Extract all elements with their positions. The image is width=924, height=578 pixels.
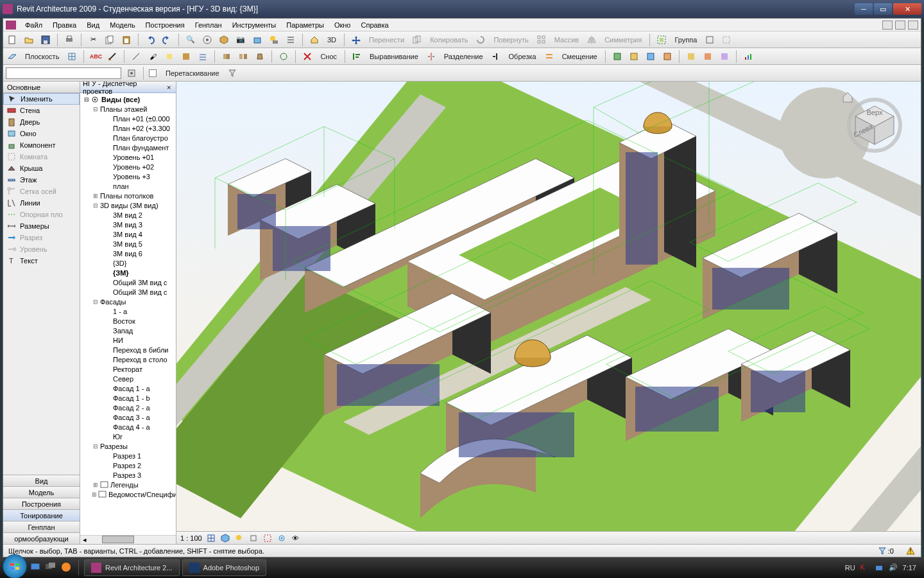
trim-label[interactable]: Обрезка xyxy=(506,53,539,60)
browser-close-button[interactable]: × xyxy=(165,83,173,91)
tree-node[interactable]: Запад xyxy=(80,326,176,335)
tree-node[interactable]: 3М вид 3 xyxy=(80,220,176,229)
selection-filter[interactable]: :0 xyxy=(878,547,894,556)
tree-node[interactable]: Общий 3М вид с xyxy=(80,277,176,287)
tree-node[interactable]: Юг xyxy=(80,432,176,441)
reveal-button[interactable]: 👁 xyxy=(291,533,301,543)
detail-level-button[interactable] xyxy=(206,533,216,543)
tool-cursor[interactable]: Изменить xyxy=(3,93,80,105)
doc-minimize[interactable] xyxy=(882,21,893,30)
menu-site[interactable]: Генплан xyxy=(190,21,227,29)
tool-floor[interactable]: Этаж xyxy=(3,174,80,186)
tool-text[interactable]: TТекст xyxy=(3,255,80,267)
camera-button[interactable]: 📷 xyxy=(234,33,247,46)
mirror-label[interactable]: Симметрия xyxy=(602,36,644,44)
tree-node[interactable]: {ЗМ} xyxy=(80,268,176,277)
tool-wall[interactable]: Стена xyxy=(3,105,80,116)
tree-node[interactable]: ⊞Легенды xyxy=(80,480,176,489)
quick-launch-browser[interactable] xyxy=(60,561,73,574)
offset-label[interactable]: Смещение xyxy=(560,53,600,60)
align-label[interactable]: Выравнивание xyxy=(367,53,421,60)
tool-lines[interactable]: Линии xyxy=(3,197,80,209)
tree-node[interactable]: ⊞Ведомости/Специфи xyxy=(80,489,176,499)
design-tab-main[interactable]: Основные xyxy=(3,82,80,93)
default-3d-button[interactable] xyxy=(218,33,230,46)
tree-node[interactable]: 3М вид 5 xyxy=(80,239,176,249)
redo-button[interactable] xyxy=(160,33,173,46)
viewcube-home-icon[interactable] xyxy=(841,91,854,103)
tool-highlight-button[interactable] xyxy=(163,50,176,63)
scale-label[interactable]: 1 : 100 xyxy=(180,534,202,542)
tree-node[interactable]: 1 - a xyxy=(80,306,176,316)
design-tab-1[interactable]: Модель xyxy=(3,486,80,498)
shadows-button[interactable] xyxy=(268,33,280,46)
tree-node[interactable]: Переход в столо xyxy=(80,355,176,364)
tree-node[interactable]: ⊞Планы потолков xyxy=(80,191,176,200)
tree-node[interactable]: Север xyxy=(80,374,176,383)
tool-section[interactable]: Разрез xyxy=(3,232,80,243)
new-button[interactable] xyxy=(6,33,19,46)
design-tab-2[interactable]: Построения xyxy=(3,498,80,509)
copy-geom-label[interactable]: Копировать xyxy=(427,36,470,44)
tree-node[interactable]: Общий 3М вид с xyxy=(80,287,176,297)
doc-close[interactable] xyxy=(908,21,918,30)
tree-node[interactable]: Фасад 1 - b xyxy=(80,393,176,403)
tree-node[interactable]: План +02 (+3.300 xyxy=(80,123,176,133)
tree-node[interactable]: Уровень +01 xyxy=(80,152,176,162)
copy-button[interactable] xyxy=(103,33,116,46)
tree-node[interactable]: Фасад 1 - a xyxy=(80,383,176,393)
tool-roof[interactable]: Крыша xyxy=(3,162,80,174)
ws6-button[interactable] xyxy=(701,50,714,63)
offset-button[interactable] xyxy=(543,50,556,63)
tree-node[interactable]: Фасад 2 - a xyxy=(80,403,176,412)
type-selector[interactable] xyxy=(6,67,121,79)
move-label[interactable]: Перенести xyxy=(366,36,407,44)
model-graphics-button[interactable] xyxy=(220,533,230,543)
close-button[interactable]: ✕ xyxy=(893,3,921,15)
tool-dim[interactable]: Размеры xyxy=(3,220,80,232)
menu-file[interactable]: Файл xyxy=(20,21,47,29)
tool-paste-align-button[interactable] xyxy=(180,50,193,63)
tool-recent-button[interactable] xyxy=(277,50,290,63)
copy-geom-button[interactable] xyxy=(411,33,424,46)
start-button[interactable] xyxy=(3,554,27,578)
ws5-button[interactable] xyxy=(685,50,697,63)
tree-node[interactable]: {3D} xyxy=(80,258,176,268)
cut-button[interactable]: ✂ xyxy=(87,33,99,46)
tree-node[interactable]: Разрез 2 xyxy=(80,460,176,470)
tree-node[interactable]: 3М вид 6 xyxy=(80,249,176,258)
ws7-button[interactable] xyxy=(718,50,731,63)
tool-room[interactable]: Комната xyxy=(3,151,80,162)
tree-node[interactable]: Ректорат xyxy=(80,364,176,374)
design-tab-4[interactable]: Генплан xyxy=(3,521,80,532)
workplane-button[interactable] xyxy=(6,50,19,63)
demo-button[interactable] xyxy=(301,50,314,63)
trim-button[interactable] xyxy=(490,50,502,63)
tool-levels-button[interactable] xyxy=(196,50,209,63)
menu-help[interactable]: Справка xyxy=(355,21,393,29)
maximize-button[interactable]: ▭ xyxy=(874,3,892,15)
tool-join-button[interactable] xyxy=(220,50,233,63)
ws2-button[interactable] xyxy=(628,50,640,63)
design-tab-0[interactable]: Вид xyxy=(3,475,80,486)
crop-view-button[interactable] xyxy=(248,533,259,543)
ws1-button[interactable] xyxy=(611,50,624,63)
menu-edit[interactable]: Правка xyxy=(47,21,81,29)
rotate-button[interactable] xyxy=(474,33,487,46)
split-button[interactable] xyxy=(425,50,438,63)
menu-construct[interactable]: Построения xyxy=(141,21,190,29)
3d-label[interactable]: 3D xyxy=(325,36,339,44)
print-button[interactable] xyxy=(63,33,76,46)
tool-unjoin-button[interactable] xyxy=(237,50,250,63)
tree-node[interactable]: план xyxy=(80,181,176,191)
viewport-3d[interactable]: Верх Слева xyxy=(176,82,921,531)
align-button[interactable] xyxy=(350,50,363,63)
tool-comp[interactable]: Компонент xyxy=(3,139,80,151)
array-label[interactable]: Массив xyxy=(552,36,581,44)
tray-kaspersky-icon[interactable]: K xyxy=(860,563,869,572)
array-button[interactable] xyxy=(535,33,548,46)
tool-line-button[interactable] xyxy=(130,50,142,63)
design-tab-3[interactable]: Тонирование xyxy=(3,509,80,521)
group-button[interactable] xyxy=(655,33,668,46)
chart-button[interactable] xyxy=(742,50,755,63)
